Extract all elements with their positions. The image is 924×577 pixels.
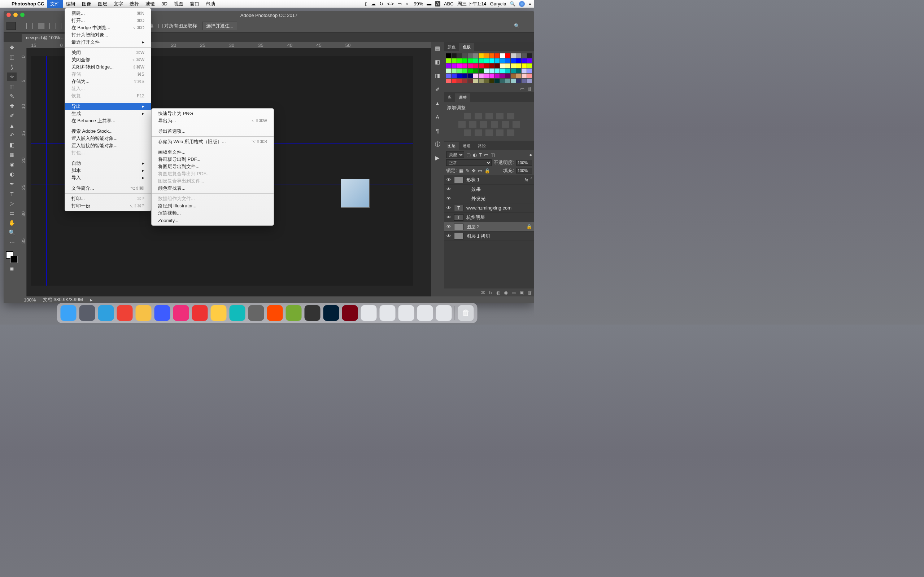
character-panel-icon[interactable]: A [434, 113, 441, 121]
swatch[interactable] [505, 79, 510, 83]
menu-编辑[interactable]: 编辑 [63, 0, 79, 8]
menu-item[interactable]: 存储为 Web 所用格式（旧版）...⌥⇧⌘S [152, 138, 274, 145]
dock-finder-icon[interactable] [61, 305, 76, 321]
document-tab[interactable]: new.psd @ 100% ... [22, 34, 69, 42]
menu-item[interactable]: 关闭⌘W [65, 49, 151, 56]
tab-color[interactable]: 颜色 [444, 43, 459, 51]
menu-选择[interactable]: 选择 [126, 0, 142, 8]
menu-图像[interactable]: 图像 [79, 0, 95, 8]
crop-tool-icon[interactable]: ◫ [7, 82, 16, 91]
menu-item[interactable]: 新建...⌘N [65, 10, 151, 17]
tab-libraries[interactable]: 库 [444, 93, 455, 102]
adj-invert-icon[interactable] [464, 129, 471, 136]
swatch[interactable] [462, 53, 467, 58]
info-panel-icon[interactable]: ⓘ [434, 141, 441, 148]
adj-balance-icon[interactable] [469, 121, 477, 128]
fill-input[interactable] [516, 168, 532, 174]
swatch[interactable] [505, 58, 510, 63]
select-and-mask-button[interactable]: 选择并遮住... [202, 22, 237, 30]
swatch[interactable] [489, 79, 494, 83]
swatch[interactable] [484, 74, 489, 78]
swatch[interactable] [511, 53, 516, 58]
adj-hue-icon[interactable] [459, 121, 465, 128]
swatch[interactable] [446, 58, 451, 63]
swatch[interactable] [468, 58, 473, 63]
menu-图层[interactable]: 图层 [95, 0, 110, 8]
swatch[interactable] [511, 63, 516, 68]
menu-item[interactable]: 置入链接的智能对象... [65, 142, 151, 149]
swatch[interactable] [473, 53, 478, 58]
tab-swatches[interactable]: 色板 [459, 43, 474, 51]
menu-item[interactable]: 导出 [65, 103, 151, 110]
search-icon[interactable]: 🔍 [514, 23, 520, 29]
dock-safari-icon[interactable] [79, 305, 95, 321]
filter-smart-icon[interactable]: ◫ [491, 152, 495, 158]
layer-row[interactable]: 👁图层 2🔒 [444, 222, 534, 232]
dock-calendar-icon[interactable] [98, 305, 114, 321]
dock-notes-icon[interactable] [136, 305, 152, 321]
input-source-icon[interactable]: A [435, 1, 440, 6]
new-adjustment-icon[interactable]: ◉ [504, 290, 508, 295]
swatch[interactable] [500, 79, 505, 83]
swatch[interactable] [473, 63, 478, 68]
layer-thumb[interactable]: T [454, 205, 464, 211]
layer-effect-row[interactable]: 👁效果 [444, 185, 534, 194]
datetime[interactable]: 周三 下午1:14 [457, 1, 486, 7]
username[interactable]: Garycia [490, 1, 506, 6]
brush-tool-icon[interactable]: ✐ [7, 111, 16, 120]
swatch[interactable] [452, 69, 457, 73]
selection-mode-add-icon[interactable] [38, 23, 44, 29]
menu-视图[interactable]: 视图 [171, 0, 187, 8]
swatch[interactable] [489, 69, 494, 73]
swatch[interactable] [489, 74, 494, 78]
menu-item[interactable]: 置入嵌入的智能对象... [65, 135, 151, 142]
menu-item[interactable]: 打印...⌘P [65, 195, 151, 202]
tab-paths[interactable]: 路径 [474, 142, 489, 150]
background-color[interactable] [10, 256, 18, 263]
swatch[interactable] [522, 79, 527, 83]
swatch[interactable] [457, 79, 462, 83]
swatch[interactable] [478, 63, 484, 68]
swatch[interactable] [457, 58, 462, 63]
swatch[interactable] [446, 53, 451, 58]
swatch[interactable] [473, 69, 478, 73]
stamp-tool-icon[interactable]: ▲ [7, 121, 16, 130]
menu-item[interactable]: 打开为智能对象... [65, 31, 151, 39]
menu-item[interactable]: 存储为...⇧⌘S [65, 78, 151, 85]
layer-mask-icon[interactable]: ◐ [496, 290, 500, 295]
swatch[interactable] [505, 63, 510, 68]
ruler-vertical[interactable]: 05101520253035 [20, 48, 27, 297]
menu-item[interactable]: Zoomify... [152, 217, 274, 224]
swatch[interactable] [457, 63, 462, 68]
magic-wand-tool-icon[interactable]: ✧ [7, 73, 16, 81]
swatch[interactable] [468, 69, 473, 73]
visibility-icon[interactable]: 👁 [446, 224, 451, 229]
swatch[interactable] [473, 74, 478, 78]
visibility-icon[interactable]: 👁 [446, 177, 451, 182]
swatch[interactable] [527, 58, 532, 63]
adj-selective-icon[interactable] [507, 129, 514, 136]
visibility-icon[interactable]: 👁 [446, 187, 451, 192]
dock-parallels-icon[interactable] [267, 305, 283, 321]
dodge-tool-icon[interactable]: ◐ [7, 170, 16, 179]
menu-item[interactable]: 将画板导出到 PDF... [152, 156, 274, 163]
dock-qq-icon[interactable] [305, 305, 320, 321]
swatch[interactable] [522, 58, 527, 63]
menu-item[interactable]: 在 Behance 上共享... [65, 117, 151, 124]
swatch[interactable] [516, 53, 521, 58]
swatch[interactable] [500, 74, 505, 78]
swatch[interactable] [505, 69, 510, 73]
adj-lookup-icon[interactable] [512, 121, 520, 128]
adj-gradient-map-icon[interactable] [496, 129, 504, 136]
swatch[interactable] [489, 63, 494, 68]
swatch[interactable] [478, 79, 484, 83]
tab-channels[interactable]: 通道 [459, 142, 474, 150]
layer-thumb[interactable] [454, 233, 464, 239]
swatch[interactable] [484, 63, 489, 68]
lock-all-icon[interactable]: 🔒 [485, 168, 490, 174]
zoom-level[interactable]: 100% [24, 297, 36, 303]
swatch[interactable] [494, 74, 499, 78]
dock-crossover-icon[interactable] [286, 305, 302, 321]
swatch[interactable] [452, 79, 457, 83]
swatch[interactable] [527, 63, 532, 68]
